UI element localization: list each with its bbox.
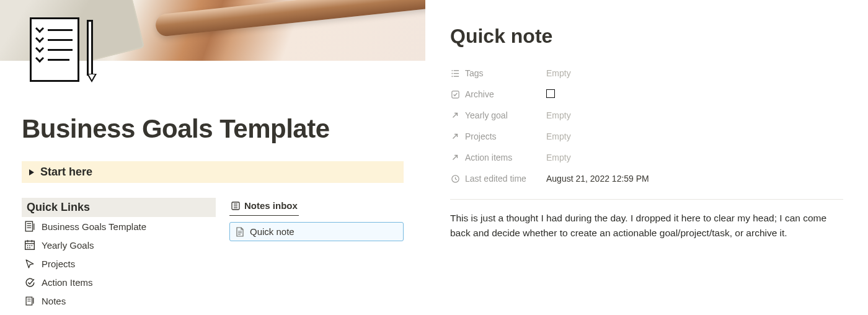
svg-point-27 [451, 73, 453, 74]
notes-inbox-label: Notes inbox [244, 200, 298, 211]
property-label: Action items [465, 153, 512, 162]
property-row-last-edited[interactable]: Last edited time August 21, 2022 12:59 P… [450, 168, 843, 189]
note-body-text[interactable]: This is just a thought I had during the … [450, 211, 831, 241]
svg-point-10 [29, 245, 30, 246]
toggle-triangle-icon [29, 169, 34, 175]
svg-point-13 [29, 247, 30, 249]
quick-link-projects[interactable]: Projects [22, 254, 216, 273]
note-pencil-icon [24, 295, 35, 306]
quick-link-label: Action Items [42, 277, 93, 288]
svg-point-25 [451, 69, 453, 71]
quick-link-action-items[interactable]: Action Items [22, 273, 216, 291]
checkbox-icon [450, 89, 460, 99]
list-icon [450, 68, 460, 78]
relation-arrow-icon [450, 153, 460, 162]
calendar-icon [24, 239, 35, 251]
notes-inbox-column: Notes inbox Quick note [229, 198, 404, 310]
cursor-icon [24, 258, 35, 269]
start-here-label: Start here [40, 166, 92, 179]
quick-link-label: Notes [42, 296, 66, 306]
page-icon [235, 227, 245, 237]
quick-link-label: Yearly Goals [42, 240, 94, 251]
property-value: August 21, 2022 12:59 PM [546, 174, 649, 184]
property-label: Tags [465, 68, 484, 78]
property-row-action-items[interactable]: Action items Empty [450, 147, 843, 168]
quick-links-heading: Quick Links [22, 198, 216, 217]
quick-link-label: Projects [42, 259, 75, 269]
start-here-toggle[interactable]: Start here [22, 161, 404, 183]
quick-links-column: Quick Links Business Goals Template Yea [22, 198, 216, 310]
svg-point-9 [27, 245, 29, 246]
page-title: Business Goals Template [22, 114, 404, 144]
inbox-item-quick-note[interactable]: Quick note [229, 222, 404, 241]
quick-link-label: Business Goals Template [42, 221, 146, 232]
note-title[interactable]: Quick note [450, 25, 843, 48]
property-value: Empty [546, 110, 571, 120]
svg-rect-0 [25, 221, 32, 231]
svg-point-12 [27, 247, 29, 249]
list-view-icon [231, 201, 241, 211]
left-pane: Business Goals Template Start here Quick… [0, 0, 425, 315]
property-value: Empty [546, 131, 571, 141]
property-row-projects[interactable]: Projects Empty [450, 126, 843, 147]
clock-icon [450, 174, 460, 184]
property-divider [450, 199, 843, 200]
quick-link-notes[interactable]: Notes [22, 291, 216, 310]
relation-arrow-icon [450, 110, 460, 120]
svg-point-29 [451, 76, 453, 77]
property-label: Last edited time [465, 174, 526, 184]
document-lines-icon [24, 221, 35, 232]
page-icon-document [30, 17, 87, 86]
property-label: Archive [465, 89, 494, 99]
property-row-yearly-goal[interactable]: Yearly goal Empty [450, 105, 843, 126]
relation-arrow-icon [450, 131, 460, 141]
property-value: Empty [546, 153, 571, 162]
property-value: Empty [546, 68, 571, 78]
right-pane: Quick note Tags Empty Archive [425, 0, 868, 315]
notes-inbox-header[interactable]: Notes inbox [229, 198, 299, 216]
property-label: Yearly goal [465, 110, 508, 120]
svg-point-11 [31, 245, 32, 246]
property-row-tags[interactable]: Tags Empty [450, 63, 843, 84]
quick-link-business-goals-template[interactable]: Business Goals Template [22, 217, 216, 236]
property-row-archive[interactable]: Archive [450, 84, 843, 105]
property-label: Projects [465, 131, 497, 141]
archive-checkbox[interactable] [546, 89, 555, 100]
checkmark-circle-icon [24, 277, 35, 288]
quick-link-yearly-goals[interactable]: Yearly Goals [22, 236, 216, 254]
inbox-item-label: Quick note [250, 226, 294, 237]
